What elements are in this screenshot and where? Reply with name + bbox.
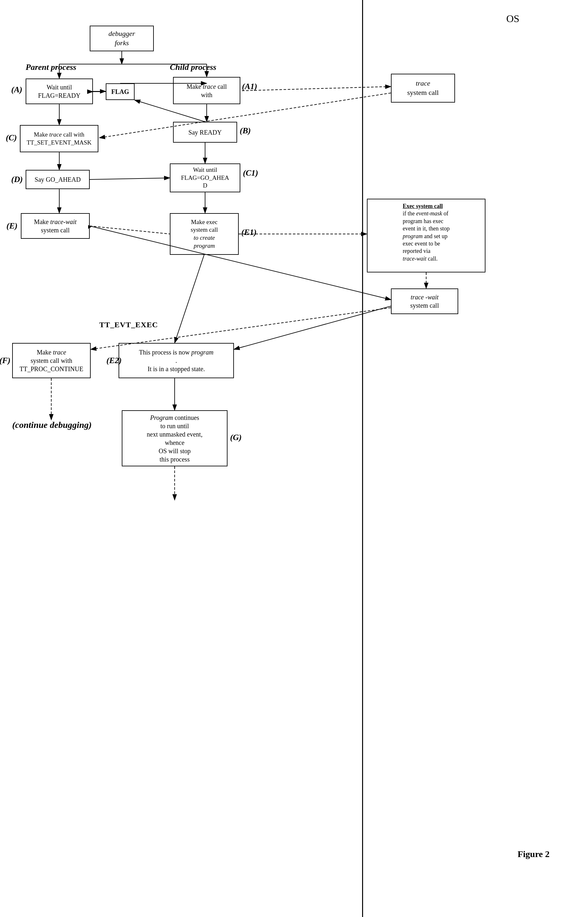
label-B: (B) bbox=[240, 126, 251, 136]
box-F: Make tracesystem call withTT_PROC_CONTIN… bbox=[12, 343, 91, 378]
trace-wait-text: trace -waitsystem call bbox=[410, 293, 439, 310]
box-FLAG: FLAG bbox=[106, 83, 134, 100]
parent-process-label: Parent process bbox=[26, 63, 76, 72]
box-D: Say GO_AHEAD bbox=[26, 170, 90, 189]
box-E1-text: Make execsystem callto createprogram bbox=[191, 218, 218, 250]
box-C-text: Make trace call withTT_SET_EVENT_MASK bbox=[27, 131, 92, 147]
box-E2-text: This process is now program.It is in a s… bbox=[139, 348, 214, 373]
child-A-text: Make trace callwith bbox=[186, 82, 227, 99]
box-E2: This process is now program.It is in a s… bbox=[119, 343, 234, 378]
svg-line-23 bbox=[174, 255, 204, 343]
box-trace-syscall: tracesystem call bbox=[391, 74, 455, 103]
label-C: (C) bbox=[6, 133, 17, 142]
box-E: Make trace-waitsystem call bbox=[21, 213, 90, 239]
figure-label: Figure 2 bbox=[517, 849, 549, 859]
box-E-text: Make trace-waitsystem call bbox=[34, 218, 77, 234]
label-A1: (A1) bbox=[242, 82, 257, 91]
label-E: (E) bbox=[6, 221, 18, 231]
os-divider bbox=[362, 0, 363, 917]
box-A-text: Wait untilFLAG=READY bbox=[38, 83, 81, 100]
box-C1: Wait untilFLAG=GO_AHEAD bbox=[170, 163, 240, 192]
label-E1: (E1) bbox=[241, 228, 257, 237]
debugger-forks-box: debuggerforks bbox=[90, 26, 154, 51]
box-trace-wait: trace -waitsystem call bbox=[391, 288, 458, 314]
os-label: OS bbox=[506, 13, 519, 25]
label-D: (D) bbox=[11, 175, 23, 184]
box-C1-text: Wait untilFLAG=GO_AHEAD bbox=[181, 166, 229, 190]
flag-text: FLAG bbox=[111, 87, 129, 96]
svg-line-24 bbox=[234, 306, 391, 349]
box-B: Say READY bbox=[173, 122, 237, 142]
box-exec-info: Exec system call if the event-mask of pr… bbox=[367, 199, 485, 272]
exec-info-text: Exec system call if the event-mask of pr… bbox=[403, 202, 449, 262]
svg-line-21 bbox=[90, 226, 391, 300]
child-process-label: Child process bbox=[170, 63, 216, 72]
svg-line-15 bbox=[90, 178, 170, 180]
continue-debugging-label: (continue debugging) bbox=[12, 420, 92, 430]
debugger-forks-text: debuggerforks bbox=[108, 29, 135, 47]
box-B-text: Say READY bbox=[188, 128, 222, 137]
label-F: (F) bbox=[0, 356, 11, 366]
label-G: (G) bbox=[230, 433, 242, 442]
box-F-text: Make tracesystem call withTT_PROC_CONTIN… bbox=[19, 348, 83, 373]
trace-syscall-text: tracesystem call bbox=[407, 79, 439, 97]
tt-evt-exec-label: TT_EVT_EXEC bbox=[99, 320, 158, 329]
box-E1: Make execsystem callto createprogram bbox=[170, 213, 239, 255]
svg-line-12 bbox=[242, 87, 391, 91]
label-E2: (E2) bbox=[107, 356, 122, 366]
svg-line-28 bbox=[90, 226, 170, 234]
box-G-text: Program continuesto run untilnext unmask… bbox=[147, 414, 202, 464]
label-C1: (C1) bbox=[243, 168, 258, 178]
box-child-A: Make trace callwith bbox=[173, 77, 240, 104]
page: OS debuggerforks Parent process Child pr… bbox=[0, 0, 588, 917]
box-A: Wait untilFLAG=READY bbox=[26, 79, 93, 104]
box-C: Make trace call withTT_SET_EVENT_MASK bbox=[20, 125, 99, 152]
label-A: (A) bbox=[11, 85, 23, 95]
box-D-text: Say GO_AHEAD bbox=[35, 175, 81, 184]
box-G: Program continuesto run untilnext unmask… bbox=[122, 410, 228, 466]
